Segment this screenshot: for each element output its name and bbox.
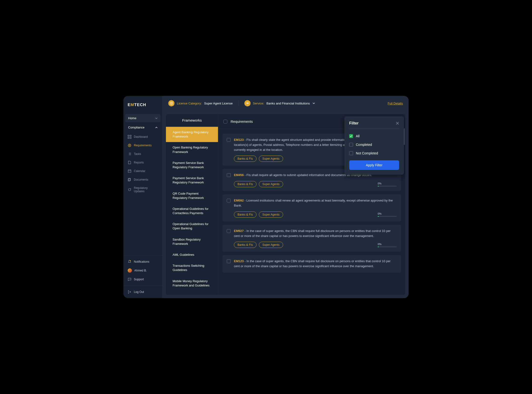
logo-pre: E [128,103,131,107]
tag[interactable]: Super Agents [259,212,283,218]
framework-item[interactable]: Sandbox Regulatory Framework [166,234,218,249]
sidebar-item-reports[interactable]: Reports [125,158,160,167]
framework-item[interactable]: QR Code Payment Regulatory Framework [166,188,218,203]
requirement-tags: Banks & FIs Super Agents 0% [234,212,397,218]
tag[interactable]: Super Agents [259,242,283,248]
main: License Category: Super Agent License Se… [162,96,409,298]
filter-option-completed[interactable]: Completed [349,140,399,149]
avatar [128,268,132,273]
sidebar-item-requirements[interactable]: Requirements [125,141,160,150]
framework-item[interactable]: Operational Guidelines for Open Banking [166,219,218,234]
requirement-checkbox[interactable] [227,259,231,263]
progress-label: 0% [378,243,381,246]
sidebar-item-updates[interactable]: Regulatory Updates [125,184,160,195]
requirements-title: Requirements [231,119,253,124]
tag[interactable]: Banks & FIs [234,242,257,248]
scrollbar[interactable] [404,128,405,145]
svg-rect-3 [130,137,131,139]
support-link[interactable]: Support [125,275,160,284]
nav-compliance-label: Compliance [128,126,145,129]
license-label: License Category: [177,102,202,105]
tag[interactable]: Banks & FIs [234,212,257,218]
checkbox-icon [349,151,353,155]
tag[interactable]: Banks & FIs [234,181,257,187]
framework-item[interactable]: Payment Service Bank Regulatory Framewor… [166,173,218,188]
logout-section: Log Out [123,285,162,298]
svg-point-18 [130,260,131,261]
tag[interactable]: Banks & FIs [234,156,257,162]
sidebar-item-label: Reports [134,161,144,164]
checkbox-checked-icon [349,134,353,138]
requirement-checkbox[interactable] [227,138,231,142]
sidebar-item-calendar[interactable]: Calendar [125,167,160,175]
sidebar-item-dashboard[interactable]: Dashboard [125,133,160,141]
filter-option-not-completed[interactable]: Not Completed [349,149,399,157]
close-icon[interactable] [396,122,399,125]
filter-option-all[interactable]: All [349,132,399,140]
sidebar-item-tasks[interactable]: Tasks [125,150,160,158]
progress-bar [378,216,397,217]
svg-point-5 [129,145,130,146]
tag[interactable]: Super Agents [259,181,283,187]
apply-filter-button[interactable]: Apply Filter [349,160,399,170]
requirement-checkbox[interactable] [227,199,231,202]
full-details-link[interactable]: Full Details [388,102,403,105]
requirement-tags: Banks & FIs Super Agents 0% [234,181,397,187]
service-label: Service: [253,102,264,105]
grid-icon [128,135,132,139]
user-name: Ahmed B. [134,269,147,272]
progress: 0% [378,212,397,217]
checkbox-icon [349,143,353,147]
svg-rect-1 [130,135,131,136]
license-icon [168,100,174,106]
requirement-body: EM927 - In the case of super agents, the… [234,229,397,248]
svg-rect-12 [128,170,131,172]
frameworks-header: Frameworks [166,114,218,127]
user-link[interactable]: Ahmed B. [125,266,160,275]
chevron-down-icon [312,102,315,104]
requirement-checkbox[interactable] [227,173,231,177]
requirement-code: EM092 [234,199,244,202]
framework-item[interactable]: Open Banking Regulatory Framework [166,142,218,157]
progress-bar [378,186,397,187]
notifications-label: Notifications [134,260,149,263]
bell-icon [128,260,132,264]
select-all-checkbox[interactable] [223,120,227,124]
requirement-body: EM123 - In the case of super agents, the… [234,259,397,269]
requirement-text: EM927 - In the case of super agents, the… [234,229,397,239]
support-label: Support [134,278,144,281]
sidebar-item-label: Documents [134,178,148,181]
requirement-text: EM123 - In the case of super agents, the… [234,259,397,269]
license-pill: License Category: Super Agent License [168,100,233,106]
framework-item[interactable]: Transactions Switching Guidelines [166,260,218,275]
license-value: Super Agent License [204,102,233,105]
logout-link[interactable]: Log Out [125,288,160,296]
requirement-code: EM123 [234,259,244,263]
logout-label: Log Out [134,290,144,294]
sidebar-item-documents[interactable]: Documents [125,175,160,184]
sidebar: EMTECH Home Compliance Dashboard [123,96,162,298]
panel: Frameworks Agent Banking Regulatory Fram… [166,114,405,295]
framework-item[interactable]: Agent Banking Regulatory Framework [166,127,218,142]
list-icon [128,152,132,156]
sidebar-item-label: Dashboard [134,135,148,139]
progress-bar [378,246,397,247]
service-pill[interactable]: Service: Banks and Financial Institution… [244,100,315,106]
service-value: Banks and Financial Institutions [266,102,310,105]
nav-home[interactable]: Home [125,114,160,122]
notifications-link[interactable]: Notifications [125,257,160,266]
requirement-code: EM123 [234,138,244,142]
framework-item[interactable]: Payment Service Bank Regulatory Framewor… [166,157,218,173]
nav-compliance[interactable]: Compliance [125,123,160,132]
sidebar-item-label: Requirements [134,144,152,147]
framework-item[interactable]: Operational Guidelines for Contactless P… [166,203,218,219]
requirement-checkbox[interactable] [227,229,231,233]
framework-item[interactable]: AML Guidelines [166,249,218,260]
logo-post: TECH [134,103,146,107]
file-icon [128,161,132,164]
chevron-down-icon [155,118,158,119]
tag[interactable]: Super Agents [259,156,283,162]
sidebar-item-label: Tasks [134,152,141,156]
framework-item[interactable]: Mobile Money Regulatory Framework and Gu… [166,276,218,291]
nav-section: Home Compliance [123,114,162,133]
